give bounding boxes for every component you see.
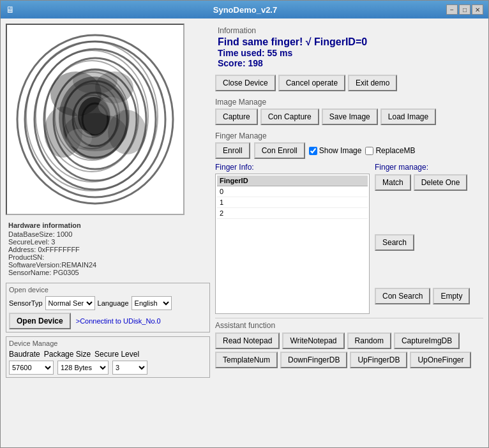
hw-address: Address: 0xFFFFFFFF [8,246,207,253]
finger-manage-top-section: Finger Manage Enroll Con Enroll Show Ima… [215,131,483,159]
finger-list-item-2[interactable]: 2 [217,208,368,219]
window-controls: − □ ✕ [446,4,483,15]
finger-list-item-1[interactable]: 1 [217,197,368,208]
finger-manage-section-label: Finger Manage [215,131,483,140]
read-notepad-button[interactable]: Read Notepad [215,332,280,349]
finger-manage-label: Finger manage: [375,163,483,172]
baudrate-select[interactable]: 57600 9600 19200 38400 115200 [9,361,54,375]
hw-sensor-name: SensorName: PG0305 [8,269,207,276]
show-image-checkbox-label: Show Image [309,146,362,155]
finger-info-manage: Finger Info: FingerID 0 1 2 Finger manag… [215,163,483,314]
info-line3: Score: 198 [218,58,481,68]
random-button[interactable]: Random [347,332,391,349]
hw-product-sn: ProductSN: [8,253,207,261]
match-button[interactable]: Match [375,174,411,191]
info-line1: Find same finger! √ FingerID=0 [218,36,481,48]
connect-status: >Connectint to UDisk_No.0 [76,317,161,325]
svg-point-24 [66,129,92,148]
window-icon: 🖥 [6,4,15,15]
hw-secure-level: SecureLevel: 3 [8,238,207,246]
show-image-checkbox[interactable] [309,147,317,155]
maximize-button[interactable]: □ [459,4,470,15]
secure-level-label[interactable]: Secure Level [94,350,139,359]
close-device-button[interactable]: Close Device [215,75,276,91]
sensor-type-row: SensorTyp Normal Ser USB HID COM Port La… [9,296,207,310]
left-panel: Hardware information DataBaseSize: 1000 … [6,24,210,442]
image-manage-buttons: Capture Con Capture Save Image Load Imag… [215,108,483,125]
fingerprint-display [6,24,184,215]
replace-mb-checkbox-label: ReplaceMB [365,146,415,155]
con-enroll-button[interactable]: Con Enroll [254,142,305,159]
info-line2: Time used: 55 ms [218,48,481,58]
svg-point-23 [98,97,124,116]
capture-img-db-button[interactable]: CaptureImgDB [394,332,460,349]
finger-list-item-0[interactable]: 0 [217,186,368,197]
con-search-empty-row: Con Search Empty [375,288,483,304]
replace-mb-label: ReplaceMB [375,146,415,155]
template-num-button[interactable]: TemplateNum [215,352,278,368]
image-manage-label: Image Manage [215,98,483,107]
cancel-operate-button[interactable]: Cancel operate [278,75,345,91]
info-label: Information [218,26,481,35]
device-manage-section: Device Manage Baudrate Package Size Secu… [6,336,210,378]
sensor-type-select[interactable]: Normal Ser USB HID COM Port [45,296,95,310]
assistant-row1: Read Notepad WriteNotepad Random Capture… [215,332,483,349]
right-panel: Information Find same finger! √ FingerID… [215,24,483,442]
minimize-button[interactable]: − [446,4,458,15]
open-device-section: Open device SensorTyp Normal Ser USB HID… [6,283,210,332]
window-title: SynoDemo_v2.7 [44,5,446,15]
open-device-btn-row: Open Device >Connectint to UDisk_No.0 [9,313,207,329]
finger-info-box: Finger Info: FingerID 0 1 2 [215,163,370,314]
device-button-row: Close Device Cancel operate Exit demo [215,75,483,91]
enroll-button[interactable]: Enroll [215,142,250,159]
delete-one-button[interactable]: Delete One [414,174,468,191]
up-one-finger-button[interactable]: UpOneFinger [410,352,471,368]
write-notepad-button[interactable]: WriteNotepad [282,332,344,349]
con-capture-button[interactable]: Con Capture [260,108,319,125]
close-button[interactable]: ✕ [472,4,483,15]
fingerprint-image [12,30,178,209]
finger-list[interactable]: FingerID 0 1 2 [215,174,370,314]
save-image-button[interactable]: Save Image [322,108,378,125]
language-label: Language [98,299,129,307]
hw-software-version: SoftwareVersion:REMAIN24 [8,261,207,269]
baudrate-label[interactable]: Baudrate [9,350,40,359]
load-image-button[interactable]: Load Image [380,108,436,125]
finger-manage-box: Finger manage: Match Delete One Search C… [375,163,483,314]
sensor-type-label: SensorTyp [9,299,43,307]
show-image-label: Show Image [319,146,362,155]
search-row: Search [375,234,483,251]
device-manage-label: Device Manage [9,340,207,347]
open-device-label: Open device [9,286,207,294]
capture-button[interactable]: Capture [215,108,258,125]
search-button[interactable]: Search [375,234,414,251]
info-section: Information Find same finger! √ FingerID… [215,24,483,71]
up-finger-db-button[interactable]: UpFingerDB [350,352,407,368]
package-size-label[interactable]: Package Size [44,350,91,359]
package-size-select[interactable]: 128 Bytes 32 Bytes 64 Bytes 256 Bytes [57,361,109,375]
hw-database-size: DataBaseSize: 1000 [8,230,207,238]
replace-mb-checkbox[interactable] [365,147,373,155]
assistant-section: Assistant function Read Notepad WriteNot… [215,318,483,371]
con-search-button[interactable]: Con Search [375,288,430,304]
down-finger-db-button[interactable]: DownFingerDB [280,352,347,368]
empty-button[interactable]: Empty [433,288,470,304]
assistant-label: Assistant function [215,321,483,330]
hardware-info: Hardware information DataBaseSize: 1000 … [6,219,210,279]
secure-level-select[interactable]: 3 1 2 4 5 [112,361,147,375]
main-window: 🖥 SynoDemo_v2.7 − □ ✕ [0,0,489,448]
assistant-row2: TemplateNum DownFingerDB UpFingerDB UpOn… [215,352,483,368]
hw-info-title: Hardware information [8,221,207,229]
open-device-button[interactable]: Open Device [9,313,71,329]
language-select[interactable]: English Chinese [132,296,172,310]
image-manage-section: Image Manage Capture Con Capture Save Im… [215,98,483,128]
exit-demo-button[interactable]: Exit demo [348,75,397,91]
title-bar: 🖥 SynoDemo_v2.7 − □ ✕ [1,1,488,19]
window-content: Hardware information DataBaseSize: 1000 … [1,19,488,447]
finger-info-label: Finger Info: [215,163,370,172]
match-delete-row: Match Delete One [375,174,483,191]
finger-manage-controls: Enroll Con Enroll Show Image ReplaceMB [215,142,483,159]
finger-list-header: FingerID [217,175,368,186]
